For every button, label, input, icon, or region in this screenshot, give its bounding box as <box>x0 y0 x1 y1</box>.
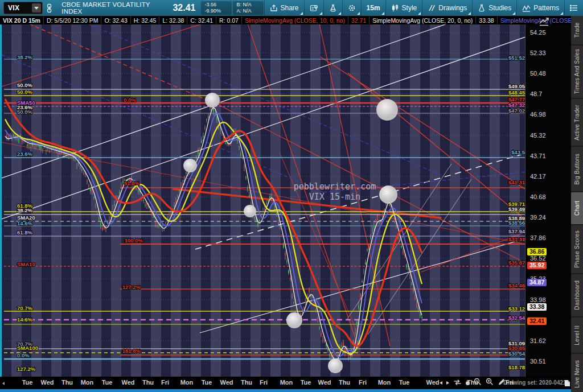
study-label: SimpleMovingAvg (CLOSE, 10, 0, no) <box>242 16 348 24</box>
chart-label: 38.2% <box>17 207 32 213</box>
sidebar-tab-big-buttons[interactable]: Big Buttons <box>571 147 583 192</box>
price-tick: 40.68 <box>530 193 546 200</box>
chart-label: 14.6% <box>17 220 32 226</box>
highlight-circle <box>286 312 302 328</box>
notes-button[interactable] <box>304 0 323 16</box>
chart-label: $48.45 <box>508 89 525 96</box>
price-tick: 39.24 <box>530 214 546 221</box>
chart-label: 61.8% <box>124 180 139 186</box>
day-label: Tue <box>202 379 212 386</box>
chart-canvas[interactable]: 38.2%50.0%50.0%SMA5023.6%50.0%23.6%61.8%… <box>0 24 527 377</box>
chart-label: $49.05 <box>508 83 525 89</box>
chart-maximize-icon[interactable] <box>539 16 551 27</box>
header-field: D: 5/5/20 12:30 PM <box>44 16 101 24</box>
studies-flask-icon <box>478 4 486 12</box>
day-label: Thu <box>142 379 154 386</box>
watermark-line1: pebblewriter.com <box>278 181 392 192</box>
change-percent: -9.90% <box>205 8 228 14</box>
header-field: L: 32.38 <box>159 16 187 24</box>
sidebar-tab-phase-scores[interactable]: Phase Scores <box>571 225 583 274</box>
day-label: Tue <box>22 379 33 386</box>
style-label: Style <box>402 4 417 12</box>
sidebar-tab-chart[interactable]: Chart <box>571 192 583 225</box>
chart-label: 50.0% <box>17 89 32 95</box>
chart-label: $30.54 <box>508 350 525 357</box>
moving-averages <box>5 99 422 360</box>
zoom-in-icon[interactable] <box>486 378 494 388</box>
symbol-link-icon[interactable] <box>43 0 56 16</box>
menu-button[interactable] <box>564 0 583 16</box>
sidebar-tab-dashboard[interactable]: Dashboard <box>571 274 583 317</box>
studies-readout: SimpleMovingAvg (CLOSE, 10, 0, no)32.71S… <box>242 16 571 24</box>
chart-label: $51.52 <box>508 55 525 61</box>
chart-label: $39.49 <box>508 206 525 212</box>
price-bubble: 34.87 <box>527 279 547 286</box>
sidebar-tab-label: Chart <box>574 201 580 216</box>
instrument-description: CBOE MARKET VOLATILITY INDEX <box>56 0 168 16</box>
chart-label: 100.0% <box>125 237 143 244</box>
highlight-circle <box>183 159 197 172</box>
sidebar-tab-level-ii[interactable]: Level II <box>571 317 583 354</box>
top-toolbar: VIX CBOE MARKET VOLATILITY INDEX 32.41 -… <box>0 0 583 16</box>
price-tick: 42.17 <box>530 173 546 180</box>
chart-label: 50.0% <box>17 82 32 88</box>
sidebar-tab-label: Active Trader <box>574 105 580 141</box>
sidebar-tab-trade[interactable]: Trade <box>571 16 583 46</box>
price-tick: 30.51 <box>530 358 546 365</box>
highlight-circle <box>376 99 398 121</box>
studies-button[interactable]: Studies <box>472 0 516 16</box>
highlight-circle <box>244 205 256 217</box>
chart-label: 50.0% <box>17 109 32 115</box>
day-label: Thu <box>467 379 478 386</box>
day-label: Wed <box>121 379 134 386</box>
trendline <box>321 57 525 191</box>
chart-label: $38.56 <box>508 220 525 226</box>
pan-right-icon[interactable] <box>446 381 449 385</box>
header-field: O: 32.43 <box>101 16 130 24</box>
style-button[interactable]: Style <box>385 0 422 16</box>
price-tick: 45.32 <box>530 132 546 139</box>
settings-gear-button[interactable] <box>342 0 361 16</box>
bid-value: B: N/A <box>237 2 260 8</box>
day-label: Fri <box>260 379 268 386</box>
symbol-dropdown-caret[interactable] <box>32 3 41 13</box>
ask-value: A: N/A <box>237 8 260 14</box>
timeframe-button[interactable]: 15m <box>361 0 385 16</box>
sidebar-tab-active-trader[interactable]: Active Trader <box>571 99 583 147</box>
hamburger-menu-icon <box>570 5 578 11</box>
change-value: -3.56 <box>205 2 228 8</box>
page-corner-icon[interactable] <box>564 379 570 389</box>
analyze-flask-button[interactable] <box>323 0 342 16</box>
price-tick: 50.48 <box>530 70 546 77</box>
price-tick: 48.7 <box>530 90 542 97</box>
chart-label: SMA100 <box>17 345 38 351</box>
header-field: R: 0.07 <box>216 16 242 24</box>
chart-graphics: 38.2%50.0%50.0%SMA5023.6%50.0%23.6%61.8%… <box>2 24 525 377</box>
sidebar-tab-label: Trade <box>574 22 580 38</box>
scroll-left-icon[interactable] <box>2 382 5 385</box>
symbol-selector[interactable]: VIX <box>3 2 43 14</box>
chevron-down-icon <box>34 7 39 10</box>
chart-title: VIX 20 D 15m <box>0 16 44 24</box>
sidebar-tab-times-and-sales[interactable]: Times And Sales <box>571 46 583 99</box>
gridlines <box>4 32 525 361</box>
sidebar-tab-label: Big Buttons <box>574 154 580 184</box>
drawings-button[interactable]: Drawings <box>422 0 472 16</box>
patterns-label: Patterns <box>533 4 559 12</box>
trendline <box>29 24 215 104</box>
chart-label: 0.0% <box>124 97 136 103</box>
price-axis[interactable]: 54.2552.3350.4848.746.9845.3243.7142.174… <box>525 24 572 377</box>
last-price: 32.41 <box>168 0 200 16</box>
time-axis[interactable]: Drawing set: 2020-0421 TueWedThuMonTueWe… <box>0 377 571 389</box>
pan-left-icon[interactable] <box>440 381 442 385</box>
studies-label: Studies <box>488 4 511 12</box>
price-tick: 33.98 <box>530 296 546 303</box>
bid-ask-tile: B: N/A A: N/A <box>233 1 264 15</box>
auto-range-arrows-icon[interactable] <box>453 378 462 388</box>
day-label: Wed <box>426 379 439 386</box>
share-button[interactable]: Share <box>264 0 304 16</box>
sidebar-tab-live-news[interactable]: Live News <box>571 354 583 392</box>
chart-status-bar: VIX 20 D 15m D: 5/5/20 12:30 PMO: 32.43H… <box>0 16 571 24</box>
price-tick: 31.62 <box>530 337 546 344</box>
patterns-button[interactable]: Patterns <box>516 0 564 16</box>
